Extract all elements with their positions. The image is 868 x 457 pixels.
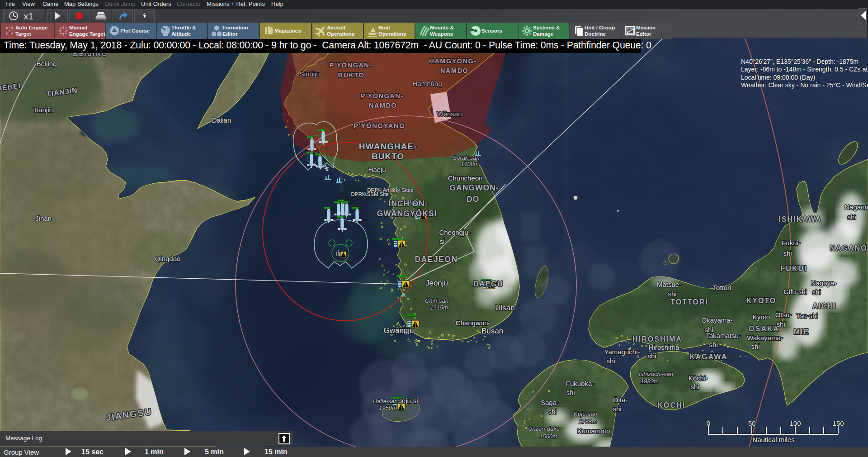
svg-text:50: 50 (748, 419, 756, 427)
svg-text:x1: x1 (24, 11, 33, 21)
svg-text:0: 0 (707, 419, 710, 427)
svg-text:Nautical miles: Nautical miles (752, 436, 794, 443)
svg-text:150: 150 (832, 419, 844, 427)
svg-text:100: 100 (789, 419, 801, 427)
